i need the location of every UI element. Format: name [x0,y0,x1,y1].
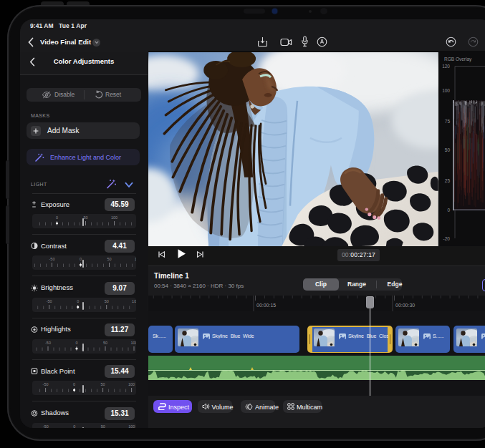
svg-text:75: 75 [445,118,451,123]
svg-text:0: 0 [77,299,79,303]
svg-text:50: 50 [101,424,105,429]
svg-text:00:00:30: 00:00:30 [395,303,415,308]
svg-text:50: 50 [83,215,87,220]
svg-text:0: 0 [80,257,82,261]
svg-text:120: 120 [442,63,450,68]
svg-text:50: 50 [103,341,107,345]
svg-text:50: 50 [445,147,451,152]
svg-text:-50: -50 [43,424,49,429]
svg-text:25: 25 [445,177,451,182]
svg-text:100: 100 [442,87,450,92]
svg-text:-50: -50 [45,341,51,345]
svg-text:50: 50 [105,299,109,303]
svg-text:-50: -50 [43,382,49,386]
svg-text:0: 0 [73,382,75,386]
svg-text:100: 100 [128,382,135,386]
svg-text:-50: -50 [47,299,52,303]
svg-text:-20: -20 [443,235,451,240]
svg-text:100: 100 [111,215,117,220]
svg-text:00:00:15: 00:00:15 [256,303,276,308]
svg-text:50: 50 [101,382,105,386]
svg-text:100: 100 [130,341,136,345]
svg-text:50: 50 [107,257,111,261]
svg-text:0: 0 [73,424,75,429]
svg-text:100: 100 [132,299,136,303]
svg-text:0: 0 [56,215,58,220]
svg-text:-50: -50 [49,257,55,261]
svg-text:100: 100 [135,257,136,261]
svg-text:100: 100 [128,424,135,429]
svg-text:0: 0 [75,341,77,345]
svg-text:0: 0 [447,207,450,212]
